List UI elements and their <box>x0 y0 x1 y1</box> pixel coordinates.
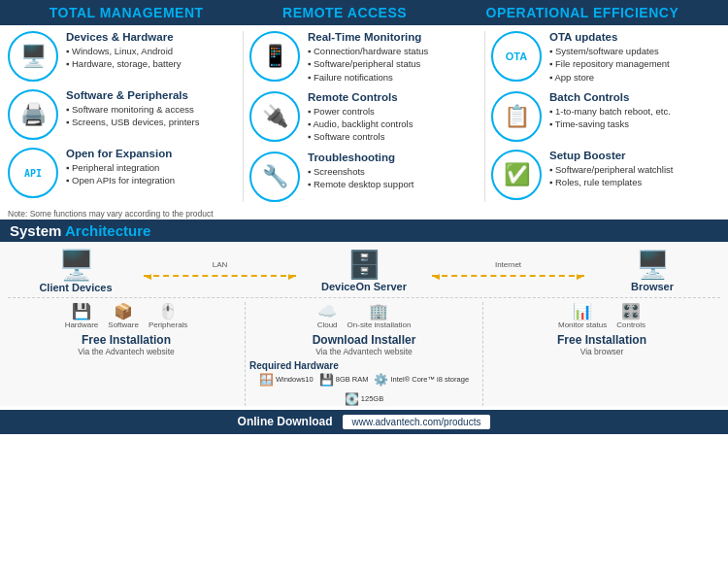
troubleshooting-text: Troubleshooting ▪ Screenshots ▪ Remote d… <box>308 152 414 191</box>
onsite-sub: 🏢 On-site installation <box>347 302 412 329</box>
client-devices-title: Client Devices <box>39 282 112 293</box>
feature-troubleshooting: 🔧 Troubleshooting ▪ Screenshots ▪ Remote… <box>249 152 479 202</box>
bullet-item: ▪ Roles, rule templates <box>549 176 673 188</box>
bullet-item: ▪ Time-saving tasks <box>549 118 671 130</box>
feature-ota-updates: OTA OTA updates ▪ System/software update… <box>491 31 720 84</box>
bullet-item: ▪ Software monitoring & access <box>66 103 199 116</box>
devices-hardware-bullets: ▪ Windows, Linux, Android ▪ Hardware, st… <box>66 45 181 71</box>
arch-top-row: 🖥️ Client Devices LAN ◄ ► 🗄️ DeviceOn Se… <box>8 248 720 293</box>
footer: Online Download www.advantech.com/produc… <box>0 410 728 434</box>
lan-label: LAN <box>213 260 228 269</box>
feature-open-expansion: API Open for Expansion ▪ Peripheral inte… <box>8 148 237 198</box>
batch-controls-icon: 📋 <box>491 91 542 142</box>
hw-windows: 🪟 Windows10 <box>259 373 314 387</box>
arch-bottom-row: 💾 Hardware 📦 Software 🖱️ Peripherals Fre… <box>8 297 720 406</box>
internet-label: Internet <box>495 260 521 269</box>
server-install-sub: Via the Advantech website <box>315 347 413 356</box>
realtime-monitoring-bullets: ▪ Connection/hardware status ▪ Software/… <box>308 45 428 84</box>
required-hardware-label: Required Hardware <box>249 360 479 371</box>
software-peripherals-icon: 🖨️ <box>8 89 58 140</box>
devices-hardware-icon: 🖥️ <box>8 31 58 82</box>
client-bottom: 💾 Hardware 📦 Software 🖱️ Peripherals Fre… <box>8 302 246 406</box>
browser-sub-icons: 📊 Monitor status 🎛️ Controls <box>558 302 645 329</box>
bullet-item: ▪ Software/peripheral status <box>308 57 428 70</box>
troubleshooting-bullets: ▪ Screenshots ▪ Remote desktop support <box>308 165 414 191</box>
feature-realtime-monitoring: 📱 Real-Time Monitoring ▪ Connection/hard… <box>249 31 479 84</box>
feature-col2: 📱 Real-Time Monitoring ▪ Connection/hard… <box>249 31 479 202</box>
client-devices-node: 🖥️ Client Devices <box>8 248 144 293</box>
bullet-item: ▪ Failure notifications <box>308 71 428 84</box>
software-peripherals-title: Software & Peripherals <box>66 89 199 101</box>
browser-install-sub: Via browser <box>580 347 624 356</box>
header-col3-title: Operational Efficiency <box>486 5 679 20</box>
controls-sub: 🎛️ Controls <box>616 302 645 329</box>
feature-setup-booster: ✅ Setup Booster ▪ Software/peripheral wa… <box>491 150 720 200</box>
bullet-item: ▪ Screens, USB devices, printers <box>66 116 199 128</box>
client-install-title: Free Installation <box>82 333 171 347</box>
lan-connector: LAN ◄ ► <box>144 260 296 281</box>
batch-controls-bullets: ▪ 1-to-many batch reboot, etc. ▪ Time-sa… <box>549 105 671 131</box>
bullet-item: ▪ Windows, Linux, Android <box>66 45 181 57</box>
software-peripherals-bullets: ▪ Software monitoring & access ▪ Screens… <box>66 103 199 129</box>
bullet-item: ▪ Software controls <box>308 130 413 143</box>
peripherals-sub: 🖱️ Peripherals <box>149 302 187 329</box>
bullet-item: ▪ Remote desktop support <box>308 178 414 190</box>
browser-node: 🖥️ Browser <box>584 249 720 292</box>
lan-arrow: ◄ ► <box>144 271 296 281</box>
bullet-item: ▪ Software/peripheral watchlist <box>549 163 673 176</box>
bullet-item: ▪ Power controls <box>308 105 413 118</box>
footer-label: Online Download <box>238 415 333 428</box>
ota-updates-title: OTA updates <box>549 31 670 43</box>
col-separator-2 <box>484 31 485 202</box>
browser-title: Browser <box>631 281 674 292</box>
bullet-item: ▪ System/software updates <box>549 45 670 57</box>
setup-booster-title: Setup Booster <box>549 150 673 161</box>
realtime-monitoring-icon: 📱 <box>249 31 300 82</box>
server-install-title: Download Installer <box>313 333 416 347</box>
devices-hardware-text: Devices & Hardware ▪ Windows, Linux, And… <box>66 31 181 71</box>
bullet-item: ▪ 1-to-many batch reboot, etc. <box>549 105 671 118</box>
feature-devices-hardware: 🖥️ Devices & Hardware ▪ Windows, Linux, … <box>8 31 237 82</box>
footer-url[interactable]: www.advantech.com/products <box>343 415 491 429</box>
remote-controls-bullets: ▪ Power controls ▪ Audio, backlight cont… <box>308 105 413 144</box>
bullet-item: ▪ Screenshots <box>308 165 414 178</box>
browser-icon: 🖥️ <box>636 249 670 281</box>
bullet-item: ▪ Hardware, storage, battery <box>66 57 181 70</box>
troubleshooting-icon: 🔧 <box>249 152 300 202</box>
feature-software-peripherals: 🖨️ Software & Peripherals ▪ Software mon… <box>8 89 237 140</box>
ota-icon: OTA <box>491 31 542 82</box>
cloud-sub: ☁️ Cloud <box>317 302 338 329</box>
setup-booster-bullets: ▪ Software/peripheral watchlist ▪ Roles,… <box>549 163 673 189</box>
hw-intel: ⚙️ Intel® Core™ i8 storage <box>374 373 469 387</box>
setup-booster-text: Setup Booster ▪ Software/peripheral watc… <box>549 150 673 189</box>
devices-hardware-title: Devices & Hardware <box>66 31 181 43</box>
features-grid: 🖥️ Devices & Hardware ▪ Windows, Linux, … <box>0 25 728 208</box>
bullet-item: ▪ Peripheral integration <box>66 161 175 174</box>
batch-controls-text: Batch Controls ▪ 1-to-many batch reboot,… <box>549 91 671 131</box>
software-peripherals-text: Software & Peripherals ▪ Software monito… <box>66 89 199 129</box>
bullet-item: ▪ Connection/hardware status <box>308 45 428 57</box>
ota-updates-text: OTA updates ▪ System/software updates ▪ … <box>549 31 670 84</box>
hw-items: 🪟 Windows10 💾 8GB RAM ⚙️ Intel® Core™ i8… <box>249 373 479 406</box>
api-icon: API <box>8 148 58 198</box>
feature-remote-controls: 🔌 Remote Controls ▪ Power controls ▪ Aud… <box>249 91 479 144</box>
architecture-diagram: 🖥️ Client Devices LAN ◄ ► 🗄️ DeviceOn Se… <box>0 242 728 406</box>
bullet-item: ▪ App store <box>549 71 670 84</box>
troubleshooting-title: Troubleshooting <box>308 152 414 163</box>
internet-arrow: ◄ ► <box>432 271 584 281</box>
internet-connector: Internet ◄ ► <box>432 260 584 281</box>
header-strip: Total Management Remote Access Operation… <box>0 0 728 25</box>
header-col2-title: Remote Access <box>282 5 407 20</box>
browser-bottom: 📊 Monitor status 🎛️ Controls Free Instal… <box>483 302 720 406</box>
bullet-item: ▪ Audio, backlight controls <box>308 118 413 130</box>
deviceon-server-icon: 🗄️ <box>347 249 381 281</box>
open-expansion-title: Open for Expansion <box>66 148 175 159</box>
server-sub-icons: ☁️ Cloud 🏢 On-site installation <box>317 302 412 329</box>
feature-col3: OTA OTA updates ▪ System/software update… <box>491 31 720 202</box>
remote-controls-text: Remote Controls ▪ Power controls ▪ Audio… <box>308 91 413 144</box>
bullet-item: ▪ File repository management <box>549 57 670 70</box>
feature-col1: 🖥️ Devices & Hardware ▪ Windows, Linux, … <box>8 31 237 202</box>
arch-title: Architecture <box>65 222 150 239</box>
setup-booster-icon: ✅ <box>491 150 542 200</box>
remote-controls-icon: 🔌 <box>249 91 300 142</box>
